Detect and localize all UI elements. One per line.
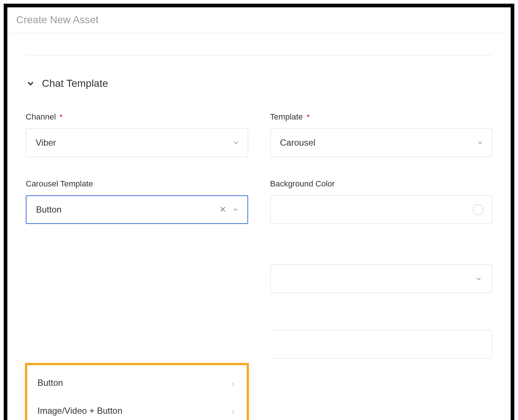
channel-label-text: Channel <box>26 112 56 121</box>
chevron-down-icon <box>232 139 240 146</box>
app-window: Create New Asset Chat Template Channel •… <box>4 4 514 420</box>
option-label: Button <box>37 378 63 388</box>
carousel-template-label: Carousel Template <box>26 179 248 189</box>
channel-label: Channel • <box>26 111 248 122</box>
chevron-right-icon <box>230 380 236 386</box>
page-title: Create New Asset <box>7 7 511 33</box>
dropdown-option-image-video-button[interactable]: Image/Video + Button <box>30 397 244 420</box>
field-background-color: Background Color <box>270 179 493 359</box>
dropdown-option-button[interactable]: Button <box>30 369 244 397</box>
template-label: Template • <box>270 111 493 122</box>
background-color-input[interactable] <box>270 195 493 224</box>
chevron-up-icon <box>232 206 239 213</box>
content-area: Chat Template Channel • Viber <box>7 33 511 359</box>
field-template: Template • Carousel <box>270 111 493 157</box>
chevron-right-icon <box>230 407 236 414</box>
template-value: Carousel <box>280 138 315 148</box>
section-title: Chat Template <box>42 78 108 89</box>
chevron-down-icon <box>475 275 482 282</box>
hidden-select-2[interactable] <box>270 330 493 359</box>
carousel-template-dropdown: Button Image/Video + Button Image/Video … <box>25 363 249 420</box>
carousel-template-select[interactable]: Button ✕ <box>26 195 248 224</box>
carousel-template-value: Button <box>36 204 61 215</box>
row-channel-template: Channel • Viber Template • <box>26 111 492 157</box>
field-carousel-template: Carousel Template Button ✕ Button <box>26 179 248 359</box>
template-select[interactable]: Carousel <box>270 128 493 157</box>
color-swatch <box>473 204 484 215</box>
channel-select[interactable]: Viber <box>26 128 248 157</box>
section-chat-template-toggle[interactable]: Chat Template <box>26 78 492 89</box>
background-color-label: Background Color <box>270 179 493 189</box>
required-indicator: • <box>60 111 62 121</box>
required-indicator: • <box>307 111 310 121</box>
channel-value: Viber <box>36 138 56 148</box>
clear-icon[interactable]: ✕ <box>219 206 227 214</box>
template-label-text: Template <box>270 112 303 121</box>
hidden-select-1[interactable] <box>270 264 493 293</box>
chevron-down-icon <box>476 139 484 146</box>
divider <box>26 55 492 56</box>
option-label: Image/Video + Button <box>37 406 122 416</box>
row-carousel-bg: Carousel Template Button ✕ Button <box>26 179 492 359</box>
field-channel: Channel • Viber <box>26 111 248 157</box>
chevron-down-icon <box>26 79 35 88</box>
